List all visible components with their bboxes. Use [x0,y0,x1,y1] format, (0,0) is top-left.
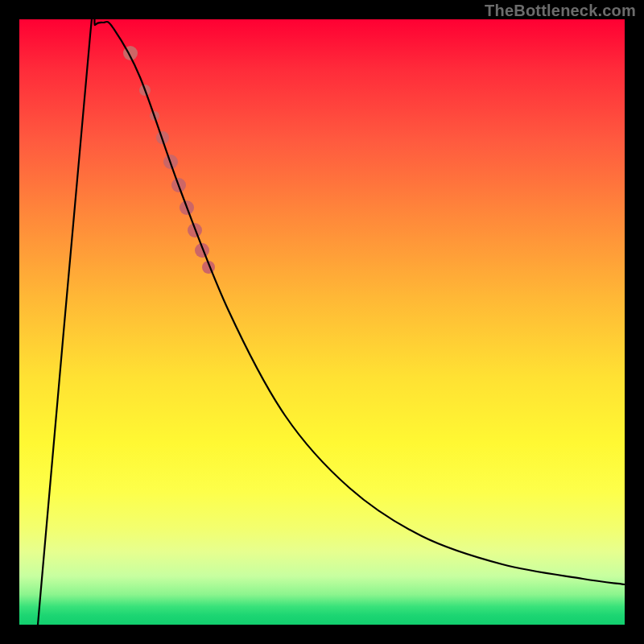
watermark-text: TheBottleneck.com [485,2,636,20]
chart-frame: TheBottleneck.com [0,0,644,644]
bottleneck-curve [38,19,625,625]
chart-svg [19,19,625,625]
plot-area [19,19,625,625]
